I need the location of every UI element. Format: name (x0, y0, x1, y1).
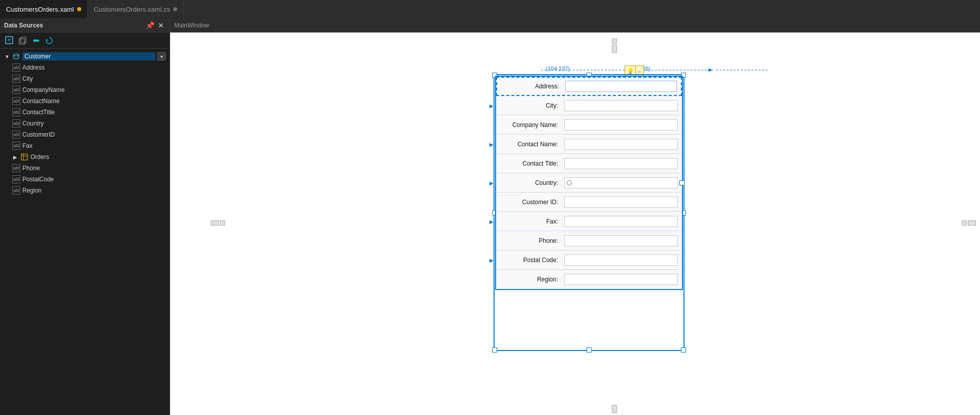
form-input-city[interactable] (564, 100, 678, 111)
tree-node-customer[interactable]: ▼ Customer ▾ (0, 51, 170, 62)
svg-marker-4 (46, 39, 48, 41)
tree-node-contactname[interactable]: abl ContactName (0, 95, 170, 107)
form-input-contactname[interactable] (564, 139, 678, 150)
scroll-handle-bottom[interactable] (612, 405, 617, 413)
close-icon[interactable]: ✕ (156, 21, 166, 30)
tree-node-region[interactable]: abl Region (0, 185, 170, 196)
contacttitle-label: ContactTitle (22, 109, 166, 116)
scroll-handle-left[interactable] (211, 220, 225, 226)
smart-tag-expand-icon: ▶ (638, 69, 642, 74)
nav-arrow-contactname: ▶ (489, 141, 494, 147)
bulb-icon: 💡 (627, 68, 634, 75)
country-row-handle-right[interactable] (679, 180, 684, 185)
panel-header: Data Sources 📌 ✕ (0, 18, 170, 33)
configure-datasource-button[interactable] (30, 35, 42, 46)
form-row-contacttitle: Contact Title: (496, 154, 682, 173)
expand-orders-icon: ▶ (12, 154, 18, 160)
svg-rect-6 (21, 154, 27, 160)
tab-xaml-dot (77, 7, 81, 11)
form-input-fax[interactable] (564, 216, 678, 227)
contactname-field-icon: abl (12, 97, 20, 105)
dim-label-1: (104.137) (546, 66, 570, 72)
svg-rect-2 (21, 37, 26, 43)
form-label-address: Address: (497, 83, 563, 90)
form-input-address[interactable] (565, 81, 677, 92)
scroll-handle-right[interactable] (962, 220, 976, 226)
tree-node-phone[interactable]: abl Phone (0, 163, 170, 174)
tree-node-city[interactable]: abl City (0, 73, 170, 84)
handle-bl[interactable] (492, 347, 497, 353)
companyname-label: CompanyName (22, 86, 166, 93)
form-container: Address: ▶ City: Company Name: ▶ (495, 76, 683, 290)
form-label-phone: Phone: (496, 237, 562, 244)
tree-node-orders[interactable]: ▶ Orders (0, 151, 170, 163)
designer-canvas[interactable]: (104.137) (126) 💡 ▶ (170, 33, 980, 415)
customerid-label: CustomerID (22, 131, 166, 138)
right-panel: MainWindow (104.137) (170, 18, 980, 415)
form-row-contactname: ▶ Contact Name: (496, 135, 682, 154)
phone-label: Phone (22, 165, 166, 172)
nav-arrow-city: ▶ (489, 103, 494, 108)
form-input-phone[interactable] (564, 235, 678, 246)
tab-cs-label: CustomersOrders.xaml.cs (94, 6, 170, 13)
svg-point-5 (14, 54, 19, 56)
pin-icon[interactable]: 📌 (145, 21, 154, 30)
tab-cs-dot (173, 7, 177, 11)
form-input-companyname[interactable] (564, 119, 678, 131)
region-field-icon: abl (12, 186, 20, 195)
svg-marker-12 (708, 69, 713, 72)
smart-tag-arrow[interactable]: ▶ (636, 66, 644, 77)
tab-cs[interactable]: CustomersOrders.xaml.cs (88, 0, 184, 18)
contacttitle-field-icon: abl (12, 108, 20, 116)
form-label-postalcode: Postal Code: (496, 257, 562, 264)
smart-tag[interactable]: 💡 (625, 66, 636, 77)
city-field-icon: abl (12, 75, 20, 83)
add-datasource-button[interactable]: + (4, 35, 15, 46)
form-input-contacttitle[interactable] (564, 158, 678, 169)
tree-node-postalcode[interactable]: abl PostalCode (0, 174, 170, 185)
tab-xaml[interactable]: CustomersOrders.xaml (0, 0, 88, 18)
form-input-postalcode[interactable] (564, 254, 678, 266)
form-label-customerid: Customer ID: (496, 199, 562, 206)
form-row-customerid: Customer ID: (496, 193, 682, 212)
contactname-label: ContactName (22, 98, 166, 105)
form-row-postalcode: ▶ Postal Code: (496, 250, 682, 270)
handle-br[interactable] (681, 347, 686, 353)
form-row-country: ▶ Country: (496, 173, 682, 193)
form-row-address: Address: (496, 77, 682, 96)
form-input-country[interactable] (564, 177, 678, 188)
form-label-city: City: (496, 102, 562, 109)
form-row-phone: Phone: (496, 231, 682, 250)
region-label: Region (22, 187, 166, 194)
tree-node-address[interactable]: abl Address (0, 62, 170, 73)
customer-db-icon (12, 52, 20, 60)
panel-header-icons: 📌 ✕ (145, 21, 166, 30)
form-input-customerid[interactable] (564, 197, 678, 208)
tree-node-companyname[interactable]: abl CompanyName (0, 84, 170, 95)
refresh-datasource-button[interactable] (44, 35, 55, 46)
svg-rect-3 (19, 39, 24, 45)
customer-dropdown-icon[interactable]: ▾ (157, 52, 166, 60)
form-input-region[interactable] (564, 274, 678, 285)
copy-datasource-button[interactable] (17, 35, 28, 46)
address-field-icon: abl (12, 63, 20, 72)
left-panel: Data Sources 📌 ✕ + (0, 18, 170, 415)
datasources-tree: ▼ Customer ▾ abl Address abl City (0, 49, 170, 415)
nav-arrow-country: ▶ (489, 180, 494, 185)
designer-window-title: MainWindow (174, 22, 209, 29)
customer-label: Customer (22, 52, 155, 60)
tree-node-contacttitle[interactable]: abl ContactTitle (0, 107, 170, 118)
city-label: City (22, 75, 166, 82)
tree-node-fax[interactable]: abl Fax (0, 140, 170, 151)
handle-bm[interactable] (586, 347, 592, 353)
tree-node-customerid[interactable]: abl CustomerID (0, 129, 170, 140)
tree-node-country[interactable]: abl Country (0, 118, 170, 129)
scroll-handle-top[interactable] (612, 39, 617, 53)
phone-field-icon: abl (12, 164, 20, 172)
expand-customer-icon: ▼ (4, 53, 10, 59)
panel-title: Data Sources (4, 22, 43, 29)
country-circle-indicator (567, 180, 572, 185)
fax-label: Fax (22, 142, 166, 149)
nav-arrow-fax: ▶ (489, 218, 494, 224)
form-label-region: Region: (496, 276, 562, 283)
